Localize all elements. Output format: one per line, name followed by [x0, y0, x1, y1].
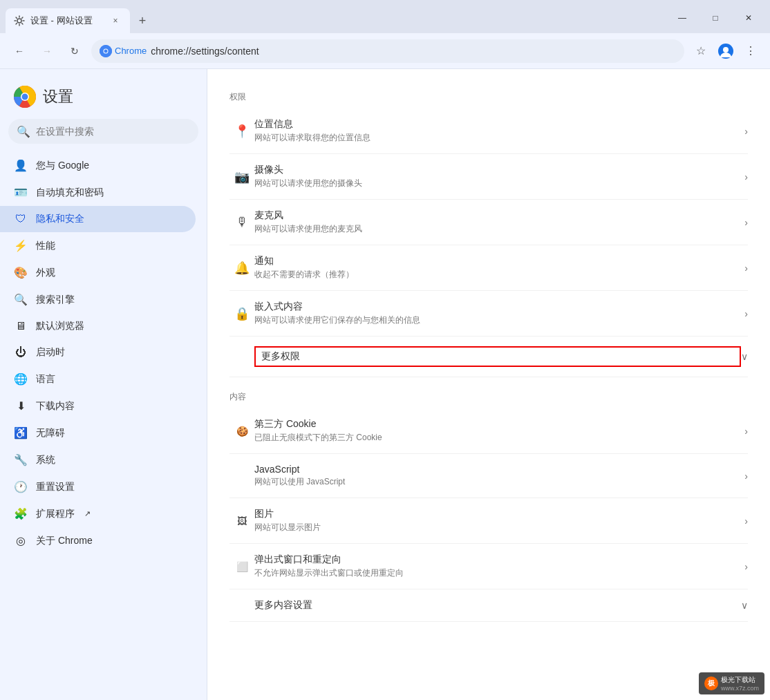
sidebar-item-startup[interactable]: ⏻ 启动时	[0, 339, 196, 366]
nav-icon-startup: ⏻	[14, 346, 28, 359]
forward-button[interactable]: →	[36, 40, 58, 62]
nav-label-reset: 重置设置	[36, 481, 75, 493]
perm-chevron-notifications: ›	[744, 263, 748, 274]
sidebar-item-privacy[interactable]: 🛡 隐私和安全	[0, 206, 196, 232]
perm-name-location: 位置信息	[254, 118, 744, 131]
content-item-cookie[interactable]: 🍪 第三方 Cookie 已阻止无痕模式下的第三方 Cookie ›	[229, 408, 748, 454]
nav-icon-reset: 🕐	[14, 480, 28, 493]
nav-label-browser: 默认浏览器	[36, 320, 84, 332]
sidebar-item-google[interactable]: 👤 您与 Google	[0, 152, 196, 179]
settings-title: 设置	[43, 86, 73, 107]
watermark: 极 极光下载站 www.x7z.com	[699, 672, 764, 694]
more-permissions-row[interactable]: 更多权限 ∨	[229, 337, 748, 377]
perm-desc-microphone: 网站可以请求使用您的麦克风	[254, 223, 744, 235]
permission-item-notifications[interactable]: 🔔 通知 收起不需要的请求（推荐） ›	[229, 245, 748, 291]
sidebar-item-accessibility[interactable]: ♿ 无障碍	[0, 419, 196, 446]
tab-close-button[interactable]: ×	[109, 15, 122, 27]
reload-button[interactable]: ↻	[64, 40, 86, 62]
nav-icon-appearance: 🎨	[14, 266, 28, 279]
content-name-images: 图片	[254, 508, 744, 520]
perm-icon-notifications: 🔔	[229, 261, 254, 276]
content-chevron-images: ›	[744, 515, 748, 527]
chrome-circle-icon	[100, 45, 112, 57]
new-tab-button[interactable]: +	[133, 11, 152, 30]
sidebar-item-language[interactable]: 🌐 语言	[0, 366, 196, 392]
search-icon: 🔍	[17, 125, 30, 138]
content-chevron-javascript: ›	[744, 471, 748, 482]
content-name-cookie: 第三方 Cookie	[254, 418, 744, 431]
sidebar-item-download[interactable]: ⬇ 下载内容	[0, 392, 196, 419]
sidebar-item-system[interactable]: 🔧 系统	[0, 446, 196, 473]
menu-button[interactable]: ⋮	[740, 40, 762, 62]
settings-header: 设置	[0, 80, 207, 119]
nav-label-autofill: 自动填充和密码	[36, 187, 104, 199]
permission-item-microphone[interactable]: 🎙 麦克风 网站可以请求使用您的麦克风 ›	[229, 200, 748, 245]
nav-icon-privacy: 🛡	[14, 213, 28, 225]
perm-icon-camera: 📷	[229, 169, 254, 185]
svg-point-6	[723, 47, 729, 53]
search-bar[interactable]: 🔍	[8, 119, 198, 144]
nav-label-system: 系统	[36, 454, 55, 466]
nav-label-about: 关于 Chrome	[36, 535, 93, 547]
tab-title: 设置 - 网站设置	[30, 15, 104, 27]
sidebar-item-extensions[interactable]: 🧩 扩展程序 ↗	[0, 500, 196, 527]
sidebar-item-search[interactable]: 🔍 搜索引擎	[0, 286, 196, 313]
nav-icon-search: 🔍	[14, 293, 28, 306]
nav-label-performance: 性能	[36, 240, 55, 252]
sidebar-item-performance[interactable]: ⚡ 性能	[0, 232, 196, 259]
nav-label-download: 下载内容	[36, 400, 75, 413]
search-input[interactable]	[36, 126, 190, 137]
nav-icon-extensions: 🧩	[14, 507, 28, 520]
content-chevron-popups: ›	[744, 561, 748, 572]
nav-icon-autofill: 🪪	[14, 186, 28, 199]
sidebar-item-browser[interactable]: 🖥 默认浏览器	[0, 313, 196, 339]
permissions-list: 📍 位置信息 网站可以请求取得您的位置信息 › 📷 摄像头 网站可以请求使用您的…	[229, 108, 748, 337]
permissions-section-label: 权限	[229, 91, 748, 103]
content-item-popups[interactable]: ⬜ 弹出式窗口和重定向 不允许网站显示弹出式窗口或使用重定向 ›	[229, 544, 748, 589]
active-tab[interactable]: 设置 - 网站设置 ×	[6, 8, 130, 33]
content-icon-images: 🖼	[229, 515, 254, 527]
nav-icon-browser: 🖥	[14, 320, 28, 332]
perm-name-microphone: 麦克风	[254, 209, 744, 222]
more-content-row[interactable]: 更多内容设置 ∨	[229, 589, 748, 622]
content-name-javascript: JavaScript	[254, 464, 744, 475]
bookmark-button[interactable]: ☆	[690, 40, 712, 62]
nav-icon-language: 🌐	[14, 372, 28, 386]
watermark-logo: 极	[704, 677, 718, 690]
perm-name-camera: 摄像头	[254, 164, 744, 176]
profile-button[interactable]	[715, 40, 737, 62]
perm-chevron-camera: ›	[744, 171, 748, 182]
nav-label-startup: 启动时	[36, 346, 65, 359]
permission-item-embedded[interactable]: 🔒 嵌入式内容 网站可以请求使用它们保存的与您相关的信息 ›	[229, 291, 748, 337]
close-button[interactable]: ✕	[733, 8, 764, 28]
minimize-button[interactable]: —	[666, 8, 698, 28]
nav-icon-accessibility: ♿	[14, 426, 28, 439]
more-content-label: 更多内容设置	[254, 599, 741, 612]
content-desc-images: 网站可以显示图片	[254, 522, 744, 533]
permission-item-camera[interactable]: 📷 摄像头 网站可以请求使用您的摄像头 ›	[229, 154, 748, 200]
back-button[interactable]: ←	[8, 40, 30, 62]
sidebar-item-autofill[interactable]: 🪪 自动填充和密码	[0, 179, 196, 206]
nav-icon-system: 🔧	[14, 453, 28, 466]
url-bar[interactable]: Chrome chrome://settings/content	[91, 39, 684, 63]
content-item-images[interactable]: 🖼 图片 网站可以显示图片 ›	[229, 498, 748, 544]
perm-chevron-embedded: ›	[744, 308, 748, 319]
more-permissions-chevron: ∨	[741, 351, 748, 362]
content-desc-cookie: 已阻止无痕模式下的第三方 Cookie	[254, 432, 744, 444]
sidebar-item-appearance[interactable]: 🎨 外观	[0, 259, 196, 286]
content-desc-javascript: 网站可以使用 JavaScript	[254, 476, 744, 488]
url-text: chrome://settings/content	[151, 46, 259, 57]
tab-settings-icon	[14, 15, 25, 26]
watermark-site: 极光下载站	[721, 675, 759, 685]
nav-icon-google: 👤	[14, 159, 28, 172]
content-item-javascript[interactable]: JavaScript 网站可以使用 JavaScript ›	[229, 454, 748, 498]
external-icon: ↗	[84, 509, 91, 518]
maximize-button[interactable]: □	[699, 8, 731, 28]
content-name-popups: 弹出式窗口和重定向	[254, 554, 744, 566]
sidebar-item-reset[interactable]: 🕐 重置设置	[0, 473, 196, 500]
window-controls: — □ ✕	[666, 8, 764, 28]
permission-item-location[interactable]: 📍 位置信息 网站可以请求取得您的位置信息 ›	[229, 108, 748, 154]
perm-chevron-microphone: ›	[744, 217, 748, 228]
sidebar-item-about[interactable]: ◎ 关于 Chrome	[0, 527, 196, 554]
svg-point-9	[22, 94, 28, 100]
